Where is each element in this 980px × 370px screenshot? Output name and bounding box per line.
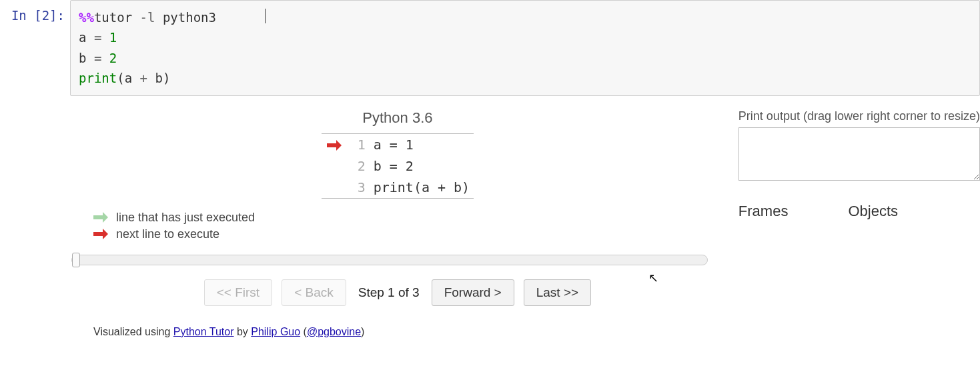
legend-executed-label: line that has just executed [116,211,255,225]
magic-flag: -l [140,10,155,25]
code-cell: In [2]: %%tutor -l python3 a = 1 b = 2 p… [0,0,980,96]
code-text: a = 1 [370,133,474,155]
text-cursor [265,9,266,23]
legend-next-label: next line to execute [116,227,219,241]
python-tutor-link[interactable]: Python Tutor [173,326,234,337]
paren-open: ( [117,71,124,85]
right-panel: Print output (drag lower right corner to… [725,109,980,220]
code-text: b = 2 [370,155,474,177]
magic-name: tutor [94,10,132,25]
num-2: 2 [109,51,117,65]
magic-flag-arg: python3 [163,10,216,25]
lineno: 2 [348,155,370,177]
step-slider[interactable] [71,255,708,265]
author-link[interactable]: Philip Guo [251,326,300,337]
first-button[interactable]: << First [204,279,272,306]
assign-op: = [94,30,101,45]
credit-by: by [234,326,252,337]
arg-b: b [155,71,162,85]
visualizer-panel: Python 3.6 1 a = 1 2 b = 2 3 [70,109,725,338]
paren-close: ) [163,71,170,85]
code-line-1: 1 a = 1 [322,133,474,155]
output-area: Python 3.6 1 a = 1 2 b = 2 3 [0,109,980,338]
code-line-2: 2 b = 2 [322,155,474,177]
credit-prefix: Visualized using [93,326,173,337]
frames-heading: Frames [739,203,789,220]
legend-executed: line that has just executed [93,211,725,225]
print-output-label: Print output (drag lower right corner to… [739,109,980,123]
author-handle-link[interactable]: @pgbovine [307,326,361,337]
language-title: Python 3.6 [70,109,725,127]
last-button[interactable]: Last >> [524,279,591,306]
arrow-next-icon [93,230,111,238]
arrow-executed-icon [93,213,111,221]
code-var-b: b [79,51,86,65]
code-var-a: a [79,30,86,45]
legend: line that has just executed next line to… [93,211,725,241]
lineno: 3 [348,177,370,199]
forward-button[interactable]: Forward > [432,279,514,306]
credit-close: ) [361,326,364,337]
arg-a: a [125,71,132,85]
magic-percent: %% [79,10,94,25]
plus-op: + [140,71,147,85]
num-1: 1 [109,30,117,45]
assign-op: = [94,51,101,65]
step-slider-container: ↖ [70,253,705,267]
print-output-box[interactable] [739,127,980,181]
objects-heading: Objects [848,203,898,220]
back-button[interactable]: < Back [282,279,346,306]
credit-open: ( [300,326,307,337]
code-text: print(a + b) [370,177,474,199]
print-func: print [79,71,117,85]
code-input-area[interactable]: %%tutor -l python3 a = 1 b = 2 print(a +… [70,0,980,96]
lineno: 1 [348,133,370,155]
cell-prompt: In [2]: [0,0,70,23]
step-label: Step 1 of 3 [356,285,422,300]
code-listing: 1 a = 1 2 b = 2 3 print(a + b) [322,133,474,199]
step-controls: << First < Back Step 1 of 3 Forward > La… [70,279,725,306]
arrow-next-icon [327,141,344,149]
credit-line: Visualized using Python Tutor by Philip … [93,326,725,338]
legend-next: next line to execute [93,227,725,241]
code-line-3: 3 print(a + b) [322,177,474,199]
